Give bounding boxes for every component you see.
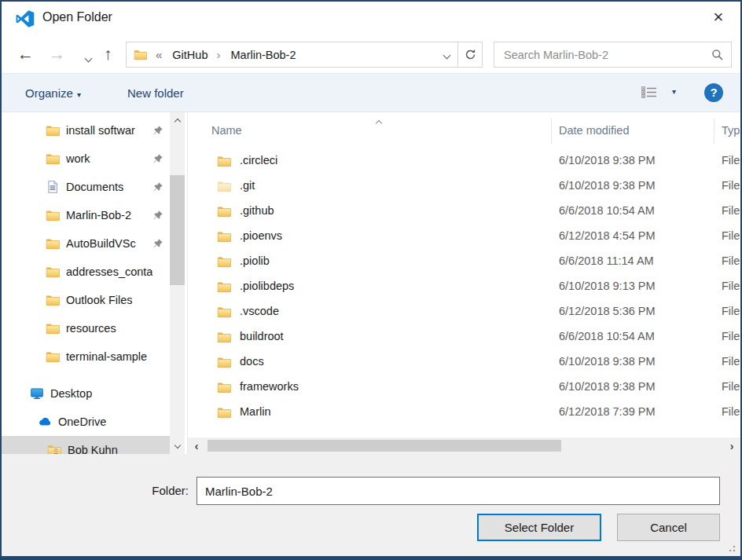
help-button[interactable]: ? [704, 83, 723, 102]
sidebar-item-desktop[interactable]: Desktop [2, 379, 170, 408]
vscode-logo-icon [16, 9, 35, 28]
folder-name-label: Folder: [118, 484, 189, 497]
address-bar[interactable]: « GitHub › Marlin-Bob-2 [126, 42, 483, 68]
folder-icon [46, 236, 60, 251]
refresh-button[interactable] [458, 42, 482, 67]
sidebar: install softwarworkDocumentsMarlin-Bob-2… [2, 112, 170, 454]
chevron-up-icon [174, 119, 180, 125]
document-icon [46, 180, 60, 194]
search-icon[interactable] [711, 49, 724, 61]
file-name: docs [240, 355, 264, 368]
file-date: 6/10/2018 9:38 PM [559, 154, 656, 167]
scroll-left-button[interactable]: ‹ [189, 437, 204, 454]
desktop-icon [30, 386, 44, 401]
file-row[interactable]: frameworks6/10/2018 9:38 PMFile [188, 375, 740, 400]
column-header-date-modified[interactable]: Date modified [559, 124, 629, 137]
view-mode-button[interactable] [640, 84, 659, 103]
scroll-up-button[interactable] [170, 114, 185, 127]
file-date: 6/12/2018 4:54 PM [559, 229, 656, 242]
breadcrumb-github[interactable]: GitHub [171, 47, 209, 63]
file-row[interactable]: .git6/10/2018 9:38 PMFile [188, 174, 740, 199]
up-button[interactable]: ↑ [104, 42, 112, 66]
back-button[interactable]: ← [17, 42, 34, 66]
footer: Folder: Select Folder Cancel [2, 454, 740, 556]
scroll-right-button[interactable]: › [725, 437, 739, 454]
file-row[interactable]: .pioenvs6/12/2018 4:54 PMFile [188, 224, 740, 249]
sidebar-item-outlook-files[interactable]: Outlook Files [2, 286, 170, 314]
file-type: File [722, 330, 740, 342]
file-row[interactable]: buildroot6/6/2018 10:54 AMFile [188, 324, 740, 350]
file-row[interactable]: Marlin6/12/2018 7:39 PMFile [188, 400, 740, 425]
cloud-icon [38, 415, 52, 429]
breadcrumb-marlin-bob-2[interactable]: Marlin-Bob-2 [229, 47, 297, 63]
column-divider[interactable] [714, 119, 714, 144]
resize-grip-icon[interactable] [726, 543, 736, 552]
file-row[interactable]: .circleci6/10/2018 9:38 PMFile [188, 148, 740, 174]
sidebar-item-addresses-conta[interactable]: addresses_conta [2, 258, 170, 286]
breadcrumb-overflow-icon[interactable]: « [156, 48, 162, 61]
file-name: frameworks [240, 380, 299, 393]
folder-icon [217, 305, 231, 319]
user-folder-icon [47, 443, 61, 454]
file-name: Marlin [240, 405, 270, 418]
file-list: Name Date modified Typ .circleci6/10/201… [188, 112, 740, 454]
title-bar: Open Folder × [2, 2, 740, 36]
horizontal-scrollbar[interactable]: ‹ › [188, 437, 740, 454]
sidebar-item-label: AutoBuildVSc [66, 237, 136, 250]
file-name: .vscode [240, 305, 279, 317]
sidebar-item-label: Outlook Files [66, 294, 133, 306]
chevron-right-icon[interactable]: › [216, 48, 220, 61]
column-header-name[interactable]: Name [211, 124, 242, 137]
folder-icon [217, 380, 231, 394]
search-input[interactable] [494, 42, 731, 67]
cancel-button[interactable]: Cancel [617, 514, 720, 541]
folder-icon [134, 48, 147, 61]
file-name: .piolibdeps [240, 280, 294, 292]
sidebar-item-terminal-sample[interactable]: terminal-sample [2, 342, 170, 371]
sidebar-item-label: terminal-sample [66, 350, 147, 363]
sidebar-item-work[interactable]: work [2, 145, 170, 173]
file-row[interactable]: .piolibdeps6/10/2018 9:13 PMFile [188, 274, 740, 299]
file-rows: .circleci6/10/2018 9:38 PMFile.git6/10/2… [188, 148, 740, 437]
file-row[interactable]: .piolib6/6/2018 11:14 AMFile [188, 249, 740, 274]
sidebar-item-autobuildvsc[interactable]: AutoBuildVSc [2, 229, 170, 258]
history-dropdown-button[interactable] [79, 51, 97, 64]
organize-button[interactable]: Organize▾ [25, 74, 81, 112]
folder-name-input[interactable] [197, 477, 720, 505]
scroll-down-button[interactable] [170, 437, 185, 451]
sidebar-scrollbar-thumb[interactable] [170, 175, 185, 285]
column-header-type[interactable]: Typ [722, 124, 740, 137]
close-button[interactable]: × [706, 5, 731, 30]
file-type: File [722, 355, 740, 368]
sidebar-item-install-softwar[interactable]: install softwar [2, 116, 170, 145]
forward-button[interactable]: → [49, 42, 65, 66]
new-folder-button[interactable]: New folder [127, 74, 184, 112]
sidebar-item-resources[interactable]: resources [2, 314, 170, 342]
sidebar-item-documents[interactable]: Documents [2, 173, 170, 201]
sidebar-scrollbar[interactable] [170, 112, 185, 454]
sidebar-item-marlin-bob-2[interactable]: Marlin-Bob-2 [2, 201, 170, 229]
chevron-down-icon [443, 52, 450, 60]
select-folder-button[interactable]: Select Folder [477, 514, 601, 541]
folder-icon [46, 208, 60, 222]
folder-icon [46, 152, 60, 166]
address-dropdown-button[interactable] [435, 42, 457, 67]
file-row[interactable]: docs6/10/2018 9:38 PMFile [188, 350, 740, 375]
column-divider[interactable] [551, 119, 552, 144]
sort-ascending-icon[interactable] [377, 115, 381, 128]
chevron-up-icon [376, 120, 382, 126]
folder-icon [217, 405, 231, 419]
details-view-icon [641, 86, 657, 98]
horizontal-scrollbar-thumb[interactable] [208, 440, 561, 452]
pin-icon [152, 210, 163, 221]
sidebar-item-label: Bob Kuhn [68, 444, 118, 454]
sidebar-item-bob-kuhn[interactable]: Bob Kuhn [2, 436, 170, 454]
folder-icon [46, 265, 60, 279]
navigation-bar: ← → ↑ « GitHub › Marlin-Bob-2 [2, 36, 740, 73]
sidebar-item-onedrive[interactable]: OneDrive [2, 408, 170, 436]
file-row[interactable]: .github6/6/2018 10:54 AMFile [188, 199, 740, 224]
file-row[interactable]: .vscode6/12/2018 5:36 PMFile [188, 299, 740, 324]
file-type: File [722, 154, 740, 167]
chevron-down-icon [174, 442, 180, 448]
view-mode-dropdown-button[interactable]: ▾ [672, 87, 676, 96]
